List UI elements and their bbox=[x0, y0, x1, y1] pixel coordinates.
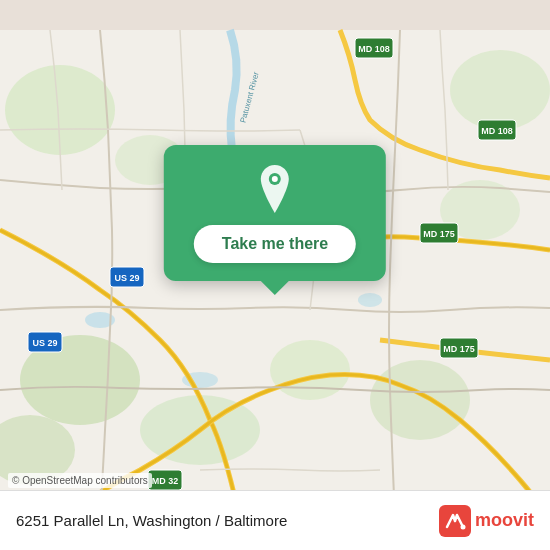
svg-text:MD 108: MD 108 bbox=[358, 44, 390, 54]
svg-text:US 29: US 29 bbox=[32, 338, 57, 348]
svg-point-6 bbox=[370, 360, 470, 440]
svg-text:MD 108: MD 108 bbox=[481, 126, 513, 136]
popup-card: Take me there bbox=[164, 145, 386, 281]
svg-point-2 bbox=[450, 50, 550, 130]
moovit-logo: moovit bbox=[439, 505, 534, 537]
address-label: 6251 Parallel Ln, Washington / Baltimore bbox=[16, 512, 439, 529]
svg-point-33 bbox=[460, 524, 465, 529]
svg-point-8 bbox=[270, 340, 350, 400]
svg-text:US 29: US 29 bbox=[114, 273, 139, 283]
map-container: MD 108 MD 108 MD 175 MD 175 US 29 US 29 … bbox=[0, 0, 550, 550]
svg-point-11 bbox=[358, 293, 382, 307]
svg-text:MD 32: MD 32 bbox=[152, 476, 179, 486]
svg-text:MD 175: MD 175 bbox=[423, 229, 455, 239]
svg-point-31 bbox=[272, 176, 278, 182]
bottom-bar: 6251 Parallel Ln, Washington / Baltimore… bbox=[0, 490, 550, 550]
svg-text:MD 175: MD 175 bbox=[443, 344, 475, 354]
location-pin bbox=[255, 165, 295, 217]
attribution-text: © OpenStreetMap contributors bbox=[8, 473, 152, 488]
moovit-icon bbox=[439, 505, 471, 537]
moovit-label: moovit bbox=[475, 510, 534, 531]
take-me-there-button[interactable]: Take me there bbox=[194, 225, 356, 263]
